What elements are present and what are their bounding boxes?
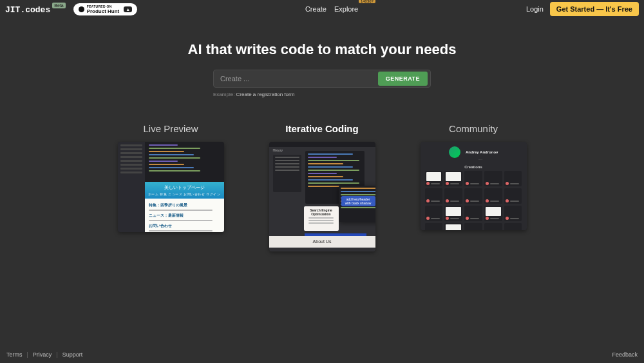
footer-privacy[interactable]: Privacy [33,351,52,358]
thumb2-history-label: History [273,148,283,152]
prompt-input[interactable] [220,75,378,83]
thumb2-panel [273,155,301,192]
feature-live-preview-title: Live Preview [118,123,224,134]
product-hunt-icon [79,6,84,12]
ph-label: Product Hunt [87,8,120,14]
footer-terms[interactable]: Terms [6,351,23,358]
generate-button[interactable]: GENERATE [378,72,428,86]
thumb3-avatar-icon [449,146,460,158]
thumb2-card-title: Search Engine Optimization [306,208,337,216]
thumb3-sub: ····· [439,158,522,161]
thumb1-hero-text: 美しいトップページ [164,184,205,191]
login-link[interactable]: Login [526,5,544,13]
thumb-iterative[interactable]: History add hero/header with black shado… [269,142,375,251]
thumb1-sidebar [118,142,145,232]
header-left: JIT.codesBeta FEATURED ON Product Hunt ▲ [5,3,137,15]
thumb2-about: About Us [269,236,375,248]
header-nav: Create Explore 14036? [305,5,358,13]
logo[interactable]: JIT.codesBeta [5,3,66,15]
nav-explore[interactable]: Explore 14036? [334,5,358,13]
footer-feedback[interactable]: Feedback [612,351,638,358]
thumb-live-preview[interactable]: 美しいトップページ ホーム 特集 ニュース お問い合わせ ログイン 特集：四季折… [118,142,224,232]
feature-iterative: Iterative Coding History add hero/header… [269,123,375,251]
example-link[interactable]: Create a registration form [236,92,295,97]
thumb1-preview: 美しいトップページ ホーム 特集 ニュース お問い合わせ ログイン 特集：四季折… [145,182,224,232]
footer-support[interactable]: Support [62,351,83,358]
thumb1-sec1: 特集：四季折りの風景 [149,202,220,208]
hero-title: AI that writes code to match your needs [0,41,644,58]
footer-left: Terms | Privacy | Support [6,351,82,358]
header-right: Login Get Started — It's Free [526,2,639,16]
thumb1-sec3: お問い合わせ [149,223,220,229]
thumb1-nav: ホーム 特集 ニュース お問い合わせ ログイン [148,192,220,196]
example-row: Example: Create a registration form [213,92,431,97]
thumb2-bluepill: add hero/header with black shadow [341,196,375,206]
feature-community-title: Community [421,123,527,134]
beta-badge: Beta [52,3,65,8]
thumb3-grid [425,171,522,230]
ph-upvote-icon: ▲ [124,6,132,12]
logo-text: JIT.codes [5,5,50,15]
nav-create[interactable]: Create [305,5,327,13]
hero: AI that writes code to match your needs … [0,41,644,97]
prompt-row: GENERATE [213,70,431,88]
example-prefix: Example: [213,92,234,97]
feature-community: Community Andrey Andronov ····· Creation… [421,123,527,251]
product-hunt-badge[interactable]: FEATURED ON Product Hunt ▲ [73,3,138,15]
nav-explore-badge: 14036? [359,0,375,3]
thumb-community[interactable]: Andrey Andronov ····· Creations [421,142,527,230]
feature-iterative-title: Iterative Coding [269,123,375,134]
thumb3-section: Creations [425,165,522,169]
thumb1-sec2: ニュース：最新情報 [149,213,220,219]
footer: Terms | Privacy | Support Feedback [0,346,644,363]
thumb3-username: Andrey Andronov [466,150,498,154]
get-started-button[interactable]: Get Started — It's Free [550,2,639,16]
thumb1-code [145,142,224,182]
thumb2-card: Search Engine Optimization [304,206,339,231]
header: JIT.codesBeta FEATURED ON Product Hunt ▲… [0,0,644,18]
nav-explore-label: Explore [334,5,358,13]
feature-live-preview: Live Preview 美しいトップページ ホーム 特集 ニュース お問い合わ… [118,123,224,251]
features-row: Live Preview 美しいトップページ ホーム 特集 ニュース お問い合わ… [0,123,644,251]
